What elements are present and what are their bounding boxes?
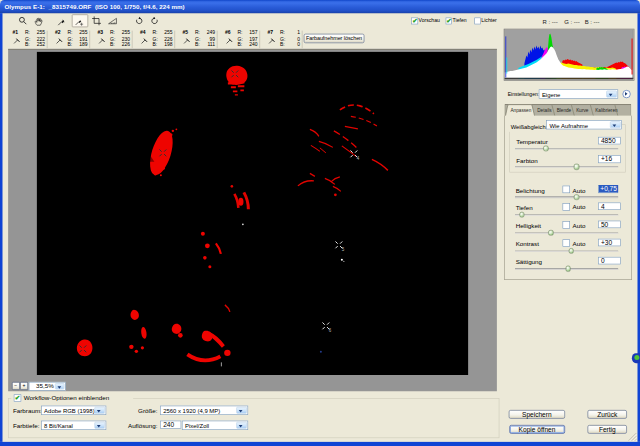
- svg-text:5: 5: [342, 247, 345, 252]
- svg-text:Kurve: Kurve: [576, 108, 589, 113]
- svg-text:Anpassen: Anpassen: [510, 108, 531, 113]
- svg-text:Details: Details: [537, 108, 552, 113]
- svg-text:6: 6: [329, 328, 332, 333]
- svg-text:Kalibrieren: Kalibrieren: [595, 108, 618, 113]
- svg-text:4: 4: [357, 156, 360, 161]
- svg-text:Blende: Blende: [557, 108, 572, 113]
